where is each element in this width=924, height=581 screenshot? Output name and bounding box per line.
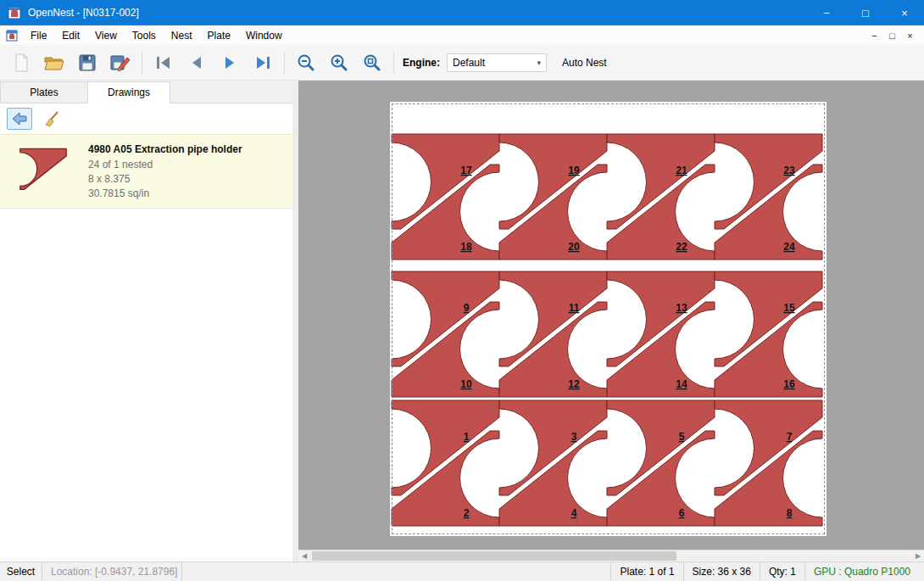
toolbar-separator xyxy=(284,52,285,74)
zoom-out-button[interactable] xyxy=(293,50,319,75)
status-bar: Select Location: [-0.9437, 21.8796] Plat… xyxy=(0,561,924,581)
maximize-button[interactable]: □ xyxy=(846,0,885,25)
last-arrow-icon xyxy=(253,53,273,72)
menu-tools[interactable]: Tools xyxy=(125,27,164,44)
part-number-label: 18 xyxy=(460,241,472,253)
part-number-label: 5 xyxy=(679,431,685,443)
last-plate-button[interactable] xyxy=(250,50,276,75)
scroll-left-icon[interactable]: ◀ xyxy=(298,550,310,561)
drawing-nested-count: 24 of 1 nested xyxy=(88,158,242,172)
nest-drawing: 171819202122232491011121314151612345678 xyxy=(390,102,827,536)
new-icon xyxy=(11,53,31,73)
status-size: Size: 36 x 36 xyxy=(683,562,760,581)
status-plate: Plate: 1 of 1 xyxy=(610,562,682,581)
menu-window[interactable]: Window xyxy=(238,27,290,44)
part-number-label: 8 xyxy=(787,507,793,519)
part-number-label: 6 xyxy=(679,507,685,519)
nest-pair: 56 xyxy=(607,400,715,526)
status-mode: Select xyxy=(0,562,42,581)
next-arrow-icon xyxy=(220,53,240,72)
status-qty: Qty: 1 xyxy=(760,562,804,581)
sidebar: Plates Drawings 498 xyxy=(0,81,292,561)
next-plate-button[interactable] xyxy=(217,50,242,75)
part-number-label: 2 xyxy=(464,507,470,519)
zoom-extents-icon xyxy=(362,53,382,73)
scroll-right-icon[interactable]: ▶ xyxy=(912,550,924,561)
mdi-child-icon xyxy=(6,30,18,42)
nest-pair: 1920 xyxy=(499,134,607,260)
nest-canvas[interactable]: 171819202122232491011121314151612345678 … xyxy=(298,81,924,561)
part-number-label: 9 xyxy=(464,302,470,314)
scrollbar-thumb[interactable] xyxy=(312,551,676,561)
part-number-label: 3 xyxy=(571,431,577,443)
drawing-area: 30.7815 sq/in xyxy=(88,187,242,201)
save-drawing-button[interactable] xyxy=(108,50,133,75)
toolbar-separator xyxy=(142,52,142,74)
part-number-label: 14 xyxy=(676,378,687,390)
first-plate-button[interactable] xyxy=(151,50,176,75)
nest-pair: 12 xyxy=(392,400,499,526)
mdi-minimize-button[interactable]: − xyxy=(866,31,883,41)
open-button[interactable] xyxy=(42,50,67,75)
nest-pair: 1112 xyxy=(499,271,607,397)
mdi-close-button[interactable]: × xyxy=(901,31,919,41)
app-icon xyxy=(8,6,21,20)
part-number-label: 24 xyxy=(783,241,795,253)
menu-plate[interactable]: Plate xyxy=(200,27,238,44)
part-number-label: 16 xyxy=(783,378,795,390)
back-button[interactable] xyxy=(7,108,32,130)
part-number-label: 12 xyxy=(568,378,580,390)
nest-pair: 2122 xyxy=(607,134,715,260)
part-number-label: 11 xyxy=(569,302,580,314)
previous-arrow-icon xyxy=(186,53,207,72)
previous-plate-button[interactable] xyxy=(184,50,209,75)
close-button[interactable]: × xyxy=(885,0,924,25)
first-arrow-icon xyxy=(153,53,174,72)
part-number-label: 13 xyxy=(676,302,687,314)
zoom-extents-button[interactable] xyxy=(359,50,385,75)
tab-drawings[interactable]: Drawings xyxy=(87,81,170,103)
engine-selected-value: Default xyxy=(453,57,485,69)
horizontal-scrollbar[interactable]: ◀ ▶ xyxy=(298,550,924,561)
title-bar: OpenNest - [N0317-002] − □ × xyxy=(0,0,924,25)
part-number-label: 10 xyxy=(460,378,472,390)
back-arrow-icon xyxy=(11,111,28,126)
minimize-button[interactable]: − xyxy=(807,0,846,25)
menu-nest[interactable]: Nest xyxy=(164,27,200,44)
sidebar-tabstrip: Plates Drawings xyxy=(0,81,292,103)
part-number-label: 15 xyxy=(783,302,795,314)
part-thumbnail-shape xyxy=(19,142,68,198)
status-gpu: GPU : Quadro P1000 xyxy=(804,562,924,581)
nest-pair: 78 xyxy=(715,400,822,526)
drawing-thumbnail xyxy=(19,142,68,201)
part-number-label: 19 xyxy=(568,165,580,176)
clean-button[interactable] xyxy=(39,108,64,130)
nest-pair: 910 xyxy=(392,271,499,397)
drawing-list-item[interactable]: 4980 A05 Extraction pipe holder 24 of 1 … xyxy=(0,134,292,209)
nest-pair: 1718 xyxy=(392,134,499,260)
part-number-label: 23 xyxy=(783,165,795,176)
window-title: OpenNest - [N0317-002] xyxy=(28,7,139,19)
part-number-label: 17 xyxy=(460,165,472,176)
engine-label: Engine: xyxy=(403,57,440,69)
part-number-label: 7 xyxy=(787,431,793,443)
drawing-size: 8 x 8.375 xyxy=(88,172,242,187)
panel-splitter[interactable] xyxy=(292,81,298,561)
mdi-restore-button[interactable]: □ xyxy=(883,31,901,41)
menu-view[interactable]: View xyxy=(87,27,125,44)
part-number-label: 20 xyxy=(568,241,580,253)
broom-icon xyxy=(43,110,60,127)
auto-nest-button[interactable]: Auto Nest xyxy=(562,57,607,69)
engine-select[interactable]: Default ▾ xyxy=(447,53,547,72)
open-folder-icon xyxy=(43,53,65,73)
zoom-in-button[interactable] xyxy=(326,50,352,75)
chevron-down-icon: ▾ xyxy=(537,59,541,67)
save-button[interactable] xyxy=(75,50,100,75)
new-button[interactable] xyxy=(8,50,34,75)
tab-plates[interactable]: Plates xyxy=(0,81,88,103)
menu-file[interactable]: File xyxy=(23,27,54,44)
sidebar-toolbar xyxy=(0,103,292,134)
zoom-out-icon xyxy=(296,53,316,73)
part-number-label: 21 xyxy=(676,165,687,176)
menu-edit[interactable]: Edit xyxy=(54,27,87,44)
